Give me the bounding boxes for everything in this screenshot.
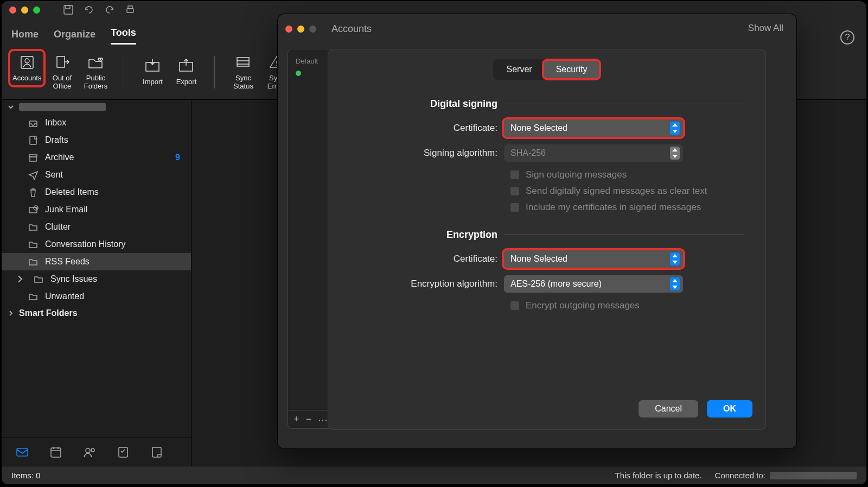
security-sheet: Server Security Digital signing Certific…: [328, 49, 766, 430]
folder-junk-email[interactable]: Junk Email: [2, 201, 191, 218]
chk-send-cleartext[interactable]: Send digitally signed messages as clear …: [510, 186, 744, 197]
public-folders-label: Public Folders: [84, 74, 107, 90]
mail-icon[interactable]: [16, 446, 29, 459]
notes-icon[interactable]: [150, 446, 163, 459]
default-label: Default: [296, 57, 318, 65]
folder-label: Sent: [45, 170, 186, 180]
calendar-icon[interactable]: [49, 446, 62, 459]
export-button[interactable]: Export: [171, 55, 201, 89]
chk-encrypt-outgoing[interactable]: Encrypt outgoing messages: [510, 300, 744, 311]
connected-account-redacted: [770, 472, 857, 479]
folder-label: Unwanted: [45, 292, 186, 301]
status-led-icon: [296, 71, 301, 76]
folder-label: Archive: [45, 153, 169, 162]
drafts-icon: [28, 135, 39, 146]
folder-deleted-items[interactable]: Deleted Items: [2, 184, 191, 201]
minimize-icon[interactable]: [297, 26, 304, 33]
section-digital-signing: Digital signing: [350, 98, 744, 110]
checkbox-icon: [510, 203, 519, 212]
checkbox-icon: [510, 170, 519, 179]
accounts-label: Accounts: [12, 74, 41, 82]
signing-algo-value: SHA-256: [510, 148, 546, 158]
encryption-title: Encryption: [350, 229, 497, 241]
save-icon[interactable]: [63, 4, 74, 15]
signing-certificate-select[interactable]: None Selected: [504, 119, 683, 137]
svg-rect-11: [237, 58, 249, 66]
svg-rect-23: [152, 447, 161, 457]
tab-organize[interactable]: Organize: [54, 29, 95, 45]
redo-icon[interactable]: [104, 4, 115, 15]
stepper-icon: [670, 277, 680, 290]
sheet-actions: Cancel OK: [328, 400, 765, 429]
folder-icon: [28, 222, 39, 232]
export-label: Export: [176, 78, 197, 86]
show-all-button[interactable]: Show All: [748, 23, 783, 34]
section-encryption: Encryption: [350, 229, 744, 241]
folder-sync-issues[interactable]: Sync Issues: [2, 270, 191, 288]
tab-security[interactable]: Security: [544, 61, 599, 78]
more-options-button[interactable]: ⋯: [318, 414, 328, 426]
out-of-office-button[interactable]: Out of Office: [47, 51, 77, 93]
tab-home[interactable]: Home: [11, 29, 39, 45]
signing-algorithm-select: SHA-256: [504, 144, 683, 162]
people-icon[interactable]: [83, 446, 96, 459]
account-header[interactable]: [2, 100, 191, 114]
status-connected: Connected to:: [715, 471, 765, 480]
encryption-cert-value: None Selected: [510, 254, 567, 264]
zoom-icon[interactable]: [33, 7, 40, 14]
tasks-icon[interactable]: [117, 446, 130, 459]
status-bar: Items: 0 This folder is up to date. Conn…: [2, 466, 866, 484]
svg-point-8: [100, 58, 103, 60]
status-items: Items: 0: [11, 471, 40, 480]
svg-rect-15: [30, 157, 36, 161]
tab-tools[interactable]: Tools: [111, 27, 136, 45]
signing-algo-label: Signing algorithm:: [350, 148, 497, 159]
digital-signing-title: Digital signing: [350, 98, 497, 110]
folder-icon: [28, 239, 39, 250]
remove-account-button[interactable]: −: [306, 414, 312, 425]
junk-icon: [28, 204, 39, 215]
cancel-button[interactable]: Cancel: [639, 400, 698, 418]
folder-conversation-history[interactable]: Conversation History: [2, 236, 191, 253]
close-icon[interactable]: [285, 26, 292, 33]
sync-status-button[interactable]: Sync Status: [228, 51, 258, 93]
ok-button[interactable]: OK: [707, 400, 752, 418]
import-label: Import: [143, 78, 163, 86]
accounts-button[interactable]: Accounts: [10, 51, 43, 85]
undo-icon[interactable]: [84, 4, 94, 15]
smart-folders-label: Smart Folders: [19, 308, 78, 318]
folder-rss-feeds[interactable]: RSS Feeds: [2, 253, 191, 270]
folder-icon: [33, 274, 44, 284]
print-icon[interactable]: [125, 4, 136, 15]
folder-drafts[interactable]: Drafts: [2, 131, 191, 149]
tab-server[interactable]: Server: [495, 61, 544, 78]
accounts-titlebar: Accounts: [278, 14, 796, 43]
encryption-algo-value: AES-256 (more secure): [510, 279, 602, 289]
help-icon[interactable]: ?: [840, 30, 854, 45]
folder-archive[interactable]: Archive9: [2, 149, 191, 166]
minimize-icon[interactable]: [21, 7, 28, 14]
public-folders-button[interactable]: Public Folders: [80, 51, 111, 93]
folder-sent[interactable]: Sent: [2, 166, 191, 184]
out-of-office-label: Out of Office: [53, 74, 72, 90]
chk-include-certs[interactable]: Include my certificates in signed messag…: [510, 202, 744, 213]
trash-icon: [28, 187, 39, 198]
signing-cert-label: Certificate:: [350, 123, 497, 134]
folder-inbox[interactable]: Inbox: [2, 114, 191, 131]
chk-sign-outgoing[interactable]: Sign outgoing messages: [510, 169, 744, 180]
inbox-icon: [28, 117, 39, 128]
encryption-algorithm-select[interactable]: AES-256 (more secure): [504, 275, 683, 293]
add-account-button[interactable]: +: [293, 414, 299, 425]
encryption-cert-label: Certificate:: [350, 254, 497, 264]
folder-icon: [28, 256, 39, 267]
folder-unwanted[interactable]: Unwanted: [2, 288, 191, 305]
encryption-certificate-select[interactable]: None Selected: [504, 250, 683, 268]
archive-icon: [28, 152, 39, 163]
folder-label: Drafts: [45, 135, 186, 145]
signing-cert-value: None Selected: [510, 123, 567, 133]
folder-label: Junk Email: [45, 205, 186, 214]
close-icon[interactable]: [9, 7, 16, 14]
smart-folders-header[interactable]: Smart Folders: [2, 305, 191, 321]
folder-clutter[interactable]: Clutter: [2, 218, 191, 236]
import-button[interactable]: Import: [137, 55, 168, 89]
